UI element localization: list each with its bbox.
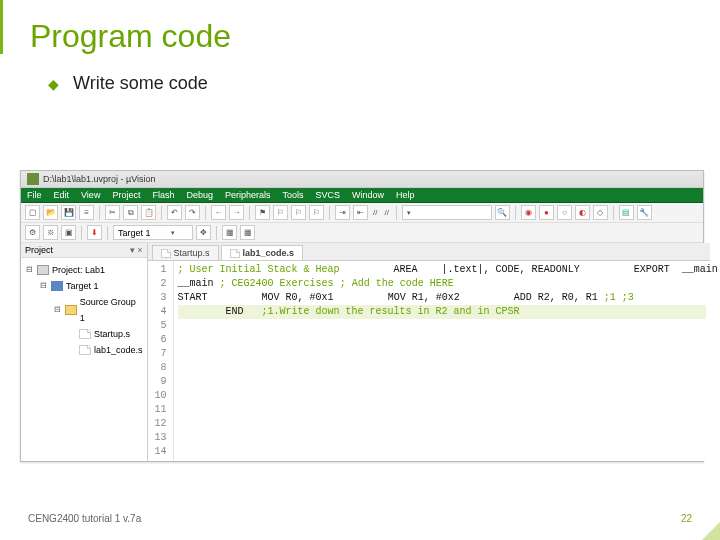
titlebar-text: D:\lab1\lab1.uvproj - µVision — [43, 174, 156, 184]
collapse-icon[interactable]: ⊟ — [25, 262, 34, 278]
paste-icon[interactable]: 📋 — [141, 205, 156, 220]
separator — [99, 206, 100, 220]
menu-edit[interactable]: Edit — [54, 190, 70, 200]
menu-view[interactable]: View — [81, 190, 100, 200]
outdent-icon[interactable]: ⇤ — [353, 205, 368, 220]
find-icon[interactable]: 🔍 — [495, 205, 510, 220]
manage-2-icon[interactable]: ▦ — [240, 225, 255, 240]
open-icon[interactable]: 📂 — [43, 205, 58, 220]
bookmark-clear-icon[interactable]: ⚐ — [309, 205, 324, 220]
spacer — [67, 326, 76, 342]
code-line: __main — [178, 278, 214, 289]
menu-file[interactable]: File — [27, 190, 42, 200]
file-icon — [79, 329, 91, 339]
code-line: ;1 — [604, 292, 616, 303]
breakpoint-icon-3[interactable]: ◐ — [575, 205, 590, 220]
uncomment-icon[interactable]: // — [382, 208, 390, 217]
comment-icon[interactable]: // — [371, 208, 379, 217]
menu-debug[interactable]: Debug — [186, 190, 213, 200]
separator — [81, 226, 82, 240]
indent-icon[interactable]: ⇥ — [335, 205, 350, 220]
menu-help[interactable]: Help — [396, 190, 415, 200]
corner-fold-icon — [702, 522, 720, 540]
accent-bar — [0, 0, 3, 54]
code-line: ; User Initial Stack & Heap — [178, 264, 340, 275]
tab-label: lab1_code.s — [243, 248, 295, 258]
code-line: END ;1.Write down the results in R2 and … — [178, 305, 706, 319]
build-icon[interactable]: ⚙ — [25, 225, 40, 240]
uvision-window: D:\lab1\lab1.uvproj - µVision File Edit … — [20, 170, 704, 462]
bullet-text: Write some code — [73, 73, 208, 94]
download-icon[interactable]: ⬇ — [87, 225, 102, 240]
tree-file[interactable]: Startup.s — [25, 326, 143, 342]
separator — [396, 206, 397, 220]
footer-left: CENG2400 tutorial 1 v.7a — [28, 513, 141, 524]
tree-file[interactable]: lab1_code.s — [25, 342, 143, 358]
page-number: 22 — [681, 513, 692, 524]
tree-group[interactable]: ⊟ Source Group 1 — [25, 294, 143, 326]
spacer — [67, 342, 76, 358]
collapse-icon[interactable]: ⊟ — [53, 302, 62, 318]
tree-root-label: Project: Lab1 — [52, 262, 105, 278]
new-file-icon[interactable]: ▢ — [25, 205, 40, 220]
toolbar-row-1: ▢ 📂 💾 ≡ ✂ ⧉ 📋 ↶ ↷ ← → ⚑ ⚐ ⚐ ⚐ ⇥ ⇤ // // — [21, 203, 703, 223]
nav-back-icon[interactable]: ← — [211, 205, 226, 220]
menu-tools[interactable]: Tools — [282, 190, 303, 200]
code-line: MOV R0, #0x1 — [214, 292, 334, 303]
file-icon — [230, 249, 240, 258]
bookmark-icon[interactable]: ⚑ — [255, 205, 270, 220]
undo-icon[interactable]: ↶ — [167, 205, 182, 220]
code-lines[interactable]: ; User Initial Stack & Heap AREA |.text|… — [174, 261, 710, 461]
separator — [216, 226, 217, 240]
separator — [613, 206, 614, 220]
project-tree[interactable]: ⊟ Project: Lab1 ⊟ Target 1 ⊟ Source Grou… — [21, 258, 147, 362]
save-all-icon[interactable]: ≡ — [79, 205, 94, 220]
find-combo[interactable] — [402, 205, 492, 220]
target-icon — [51, 281, 63, 291]
bookmark-next-icon[interactable]: ⚐ — [291, 205, 306, 220]
rebuild-icon[interactable]: ⛭ — [43, 225, 58, 240]
menu-window[interactable]: Window — [352, 190, 384, 200]
separator — [515, 206, 516, 220]
manage-icon[interactable]: ▦ — [222, 225, 237, 240]
menubar[interactable]: File Edit View Project Flash Debug Perip… — [21, 188, 703, 203]
options-icon[interactable]: ✥ — [196, 225, 211, 240]
save-icon[interactable]: 💾 — [61, 205, 76, 220]
bookmark-prev-icon[interactable]: ⚐ — [273, 205, 288, 220]
breakpoint-icon-2[interactable]: ○ — [557, 205, 572, 220]
window-icon[interactable]: ▤ — [619, 205, 634, 220]
debug-icon[interactable]: ◉ — [521, 205, 536, 220]
build-target-icon[interactable]: ▣ — [61, 225, 76, 240]
cut-icon[interactable]: ✂ — [105, 205, 120, 220]
tree-root[interactable]: ⊟ Project: Lab1 — [25, 262, 143, 278]
separator — [161, 206, 162, 220]
bullet-row: ◆ Write some code — [48, 73, 690, 94]
app-icon — [27, 173, 39, 185]
config-icon[interactable]: 🔧 — [637, 205, 652, 220]
collapse-icon[interactable]: ⊟ — [39, 278, 48, 294]
editor-tabs: Startup.s lab1_code.s — [148, 243, 710, 261]
separator — [205, 206, 206, 220]
breakpoint-icon[interactable]: ● — [539, 205, 554, 220]
copy-icon[interactable]: ⧉ — [123, 205, 138, 220]
menu-flash[interactable]: Flash — [152, 190, 174, 200]
code-line: AREA |.text|, CODE, READONLY — [346, 264, 580, 275]
target-selector[interactable]: Target 1 — [113, 225, 193, 240]
menu-svcs[interactable]: SVCS — [316, 190, 341, 200]
panel-close-icon[interactable]: ▾ × — [130, 245, 143, 255]
tree-target[interactable]: ⊟ Target 1 — [25, 278, 143, 294]
code-line: ADD R2, R0, R1 — [466, 292, 598, 303]
code-line: ;3 — [622, 292, 634, 303]
breakpoint-disable-icon[interactable]: ◇ — [593, 205, 608, 220]
tab-startup[interactable]: Startup.s — [152, 245, 219, 260]
redo-icon[interactable]: ↷ — [185, 205, 200, 220]
tab-lab1-code[interactable]: lab1_code.s — [221, 245, 304, 260]
code-editor[interactable]: 1234567 891011121314 ; User Initial Stac… — [148, 261, 710, 461]
menu-project[interactable]: Project — [112, 190, 140, 200]
tree-group-label: Source Group 1 — [80, 294, 143, 326]
nav-fwd-icon[interactable]: → — [229, 205, 244, 220]
menu-peripherals[interactable]: Peripherals — [225, 190, 271, 200]
slide-title: Program code — [30, 18, 690, 55]
toolbar-row-2: ⚙ ⛭ ▣ ⬇ Target 1 ✥ ▦ ▦ — [21, 223, 703, 243]
code-line: ; CEG2400 Exercises — [220, 278, 334, 289]
